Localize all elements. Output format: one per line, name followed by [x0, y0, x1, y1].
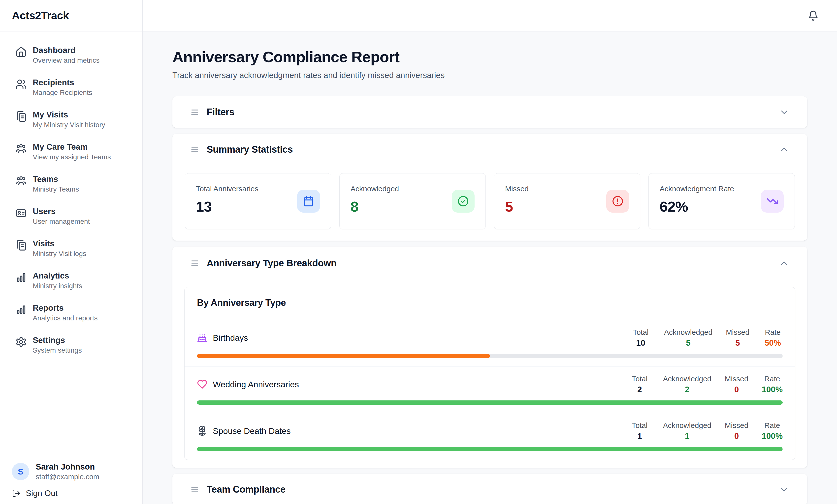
stat-col-value: 5 [664, 338, 712, 348]
sidebar-item-recipients[interactable]: Recipients Manage Recipients [0, 71, 142, 103]
sidebar-item-users[interactable]: Users User management [0, 200, 142, 232]
bell-icon[interactable] [808, 10, 819, 21]
stat-col-value: 1 [629, 432, 649, 441]
sidebar-item-my-care-team[interactable]: My Care Team View my assigned Teams [0, 135, 142, 168]
nav-item-label: My Visits [33, 110, 105, 120]
drag-handle-icon[interactable] [190, 259, 199, 267]
type-row-birthdays: Birthdays Total 10 Acknowledged 5 [184, 320, 795, 367]
progress-bar-fill [197, 400, 783, 405]
progress-bar-track [197, 400, 783, 405]
nav-item-sublabel: User management [33, 217, 90, 226]
stat-card-acknowledged: Acknowledged 8 [339, 173, 486, 229]
stat-col-total: Total 2 [629, 375, 649, 394]
stat-value: 13 [196, 198, 259, 215]
row-stats: Total 10 Acknowledged 5 Missed 5 [631, 328, 783, 348]
stat-col-total: Total 10 [631, 328, 651, 348]
stat-col-header: Missed [725, 375, 748, 383]
progress-bar-track [197, 354, 783, 358]
stat-col-header: Rate [762, 421, 783, 430]
stat-col-value: 5 [726, 338, 749, 348]
stat-label: Acknowledged [351, 184, 399, 193]
sidebar-item-dashboard[interactable]: Dashboard Overview and metrics [0, 39, 142, 71]
filters-panel-header[interactable]: Filters [173, 96, 807, 128]
stat-value: 8 [351, 198, 399, 215]
nav-item-sublabel: Manage Recipients [33, 89, 92, 97]
nav-item-sublabel: Ministry Visit logs [33, 249, 86, 258]
stat-col-header: Missed [725, 421, 748, 430]
breakdown-body: By Anniversary Type Birthdays [173, 280, 807, 468]
chevron-up-icon[interactable] [779, 258, 789, 268]
progress-bar-track [197, 447, 783, 451]
sign-out-button[interactable]: Sign Out [0, 481, 142, 504]
circle-alert-icon [606, 190, 629, 212]
anniversary-type-breakdown-panel: Anniversary Type Breakdown By Anniversar… [173, 246, 807, 468]
nav-item-label: Dashboard [33, 45, 100, 55]
nav-item-label: Visits [33, 239, 86, 248]
sidebar-item-reports[interactable]: Reports Analytics and reports [0, 297, 142, 329]
stat-col-value: 0 [725, 385, 748, 394]
type-label: Spouse Death Dates [213, 426, 291, 436]
type-label: Wedding Anniversaries [213, 379, 299, 389]
stat-card-missed: Missed 5 [494, 173, 640, 229]
page-title: Anniversary Compliance Report [173, 49, 807, 65]
row-stats: Total 2 Acknowledged 2 Missed 0 [629, 375, 783, 394]
sidebar-item-analytics[interactable]: Analytics Ministry insights [0, 264, 142, 297]
chevron-down-icon[interactable] [779, 107, 789, 117]
row-stats: Total 1 Acknowledged 1 Missed 0 [629, 421, 783, 441]
stat-col-header: Total [629, 375, 649, 383]
stat-col-header: Acknowledged [664, 328, 712, 336]
stat-col-header: Missed [726, 328, 749, 336]
sidebar-item-teams[interactable]: Teams Ministry Teams [0, 168, 142, 200]
stat-col-missed: Missed 0 [725, 421, 748, 441]
summary-statistics-panel: Summary Statistics Total Anniversaries 1… [173, 134, 807, 241]
circle-check-icon [452, 190, 475, 212]
stat-card-acknowledgment-rate: Acknowledgment Rate 62% [648, 173, 795, 229]
nav-item-label: Settings [33, 335, 82, 345]
sidebar-item-my-visits[interactable]: My Visits My Ministry Visit history [0, 103, 142, 135]
stat-col-total: Total 1 [629, 421, 649, 441]
breakdown-panel-header[interactable]: Anniversary Type Breakdown [173, 246, 807, 280]
type-card-title: By Anniversary Type [197, 298, 783, 307]
stat-col-acknowledged: Acknowledged 5 [664, 328, 712, 348]
type-card-header: By Anniversary Type [184, 287, 795, 320]
page-subtitle: Track anniversary acknowledgment rates a… [173, 71, 807, 80]
nav-item-sublabel: Ministry Teams [33, 185, 79, 193]
nav-item-sublabel: System settings [33, 346, 82, 355]
topbar [143, 0, 837, 32]
nav-item-sublabel: Ministry insights [33, 282, 82, 290]
calendar-icon [297, 190, 320, 212]
chevron-down-icon[interactable] [779, 484, 789, 495]
chevron-up-icon[interactable] [779, 144, 789, 155]
avatar: S [12, 463, 29, 480]
stat-label: Missed [505, 184, 529, 193]
nav-item-sublabel: My Ministry Visit history [33, 121, 105, 129]
heart-icon [197, 379, 208, 390]
nav-item-label: My Care Team [33, 142, 111, 152]
drag-handle-icon[interactable] [190, 145, 199, 154]
summary-panel-header[interactable]: Summary Statistics [173, 134, 807, 165]
drag-handle-icon[interactable] [190, 485, 199, 494]
sidebar-spacer [0, 361, 142, 455]
sidebar-nav: Dashboard Overview and metrics Recipient… [0, 32, 142, 361]
nav-item-label: Users [33, 206, 90, 216]
sidebar-item-visits[interactable]: Visits Ministry Visit logs [0, 232, 142, 264]
summary-panel-title: Summary Statistics [207, 144, 293, 155]
stat-card-total-anniversaries: Total Anniversaries 13 [185, 173, 331, 229]
drag-handle-icon[interactable] [190, 108, 199, 117]
gear-icon [15, 336, 27, 348]
type-row-wedding-anniversaries: Wedding Anniversaries Total 2 Acknowledg… [184, 367, 795, 413]
nav-item-sublabel: Analytics and reports [33, 314, 97, 322]
clipboard-list-icon [15, 240, 27, 251]
type-row-spouse-death-dates: Spouse Death Dates Total 1 Acknowledged … [184, 413, 795, 460]
stat-col-value: 100% [762, 385, 783, 394]
sidebar-item-settings[interactable]: Settings System settings [0, 329, 142, 361]
team-panel-header[interactable]: Team Compliance [173, 474, 807, 504]
stat-label: Total Anniversaries [196, 184, 259, 193]
stat-col-missed: Missed 5 [726, 328, 749, 348]
stat-col-acknowledged: Acknowledged 1 [663, 421, 711, 441]
nav-item-label: Teams [33, 174, 79, 184]
stat-col-value: 1 [663, 432, 711, 441]
users-group-icon [15, 143, 27, 154]
sidebar: Acts2Track Dashboard Overview and metric… [0, 0, 143, 504]
stat-col-rate: Rate 50% [763, 328, 783, 348]
